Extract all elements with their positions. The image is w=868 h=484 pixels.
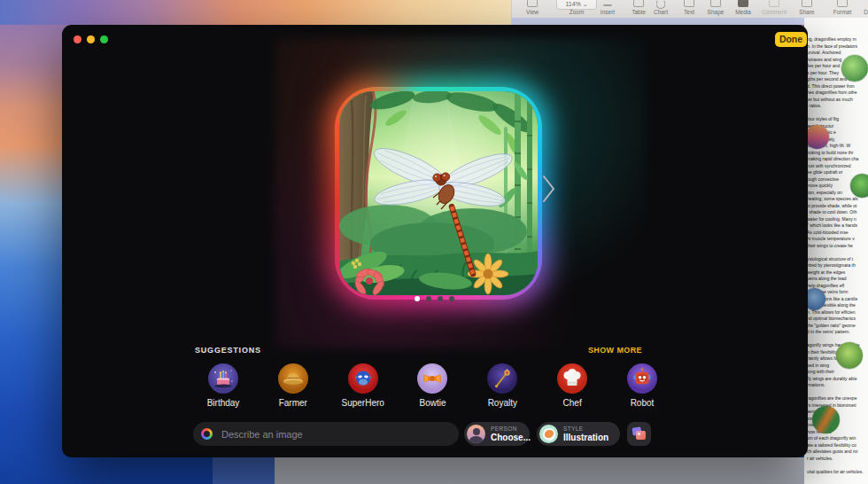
- view-icon: [527, 0, 538, 7]
- suggestion-chef[interactable]: Chef: [546, 363, 599, 408]
- suggestion-farmer[interactable]: Farmer: [267, 363, 320, 408]
- carousel-dots[interactable]: [390, 296, 478, 301]
- carousel-dot-0[interactable]: [415, 296, 420, 301]
- text-icon: [684, 0, 694, 7]
- pages-document-margin-strip: [511, 18, 804, 25]
- document-line: ragonflies are the unexpe: [807, 395, 868, 402]
- insert-icon: [603, 4, 612, 6]
- document-line: veins along the lead: [807, 276, 868, 283]
- document-line: xt provide shade, while ot: [807, 203, 868, 210]
- document-line: h. In the face of predators: [807, 43, 868, 51]
- minimize-button[interactable]: [87, 35, 95, 43]
- document-line: ysiological structure of t: [807, 256, 868, 263]
- window-controls: [74, 35, 108, 43]
- wallpaper-top-strip: [0, 0, 512, 25]
- style-illustration-icon: [539, 425, 558, 443]
- toolbar-item-view[interactable]: View: [515, 0, 550, 18]
- document-line: rust with synchronized: [807, 163, 868, 170]
- carousel-dot-2[interactable]: [438, 296, 443, 301]
- carousel-dot-3[interactable]: [449, 296, 454, 301]
- toolbar-item-insert[interactable]: Insert: [590, 0, 625, 18]
- chart-icon: [656, 0, 666, 9]
- document-line: As cold-blooded inse: [807, 230, 868, 237]
- document-line: t ratios.: [807, 103, 868, 110]
- farmer-hat-icon: [278, 363, 308, 394]
- table-icon: [633, 0, 644, 7]
- carousel-dot-1[interactable]: [426, 296, 431, 301]
- bowtie-icon: [417, 363, 447, 394]
- person-chip[interactable]: PERSON Choose...: [464, 422, 530, 446]
- document-line: their wings to create he: [807, 243, 868, 250]
- person-avatar-icon: [467, 425, 485, 443]
- document-line: ch alleviates gusts and mi: [807, 449, 868, 456]
- document-line: [807, 462, 868, 469]
- document-line: d in the veins' pattern.: [807, 329, 868, 336]
- document-line: ter but without as much: [807, 97, 868, 104]
- document-line: ion of each dragonfly win: [807, 435, 868, 442]
- suggestion-robot[interactable]: Robot: [616, 363, 669, 408]
- document-line: [807, 389, 868, 396]
- document-line: r air vehicles.: [807, 456, 868, 463]
- show-more-button[interactable]: SHOW MORE: [588, 346, 642, 355]
- zoom-window-button[interactable]: [100, 35, 108, 43]
- document-line: [807, 110, 868, 117]
- close-button[interactable]: [74, 35, 81, 43]
- document-line: " which looks like a hands: [807, 222, 868, 230]
- share-icon: [802, 0, 812, 7]
- generated-image-card[interactable]: [339, 91, 538, 295]
- image-playground-window: Done: [62, 25, 808, 457]
- inline-beetle-photo: [836, 342, 863, 369]
- inline-dragonfly-photo: [841, 55, 868, 82]
- document-line: rs interested in biomimeti: [807, 402, 868, 410]
- shape-icon: [710, 0, 721, 7]
- inline-sunset-photo: [805, 125, 829, 149]
- suggestion-royalty[interactable]: Royalty: [476, 363, 529, 408]
- document-line: fly wings are durably able: [807, 376, 868, 383]
- document-line: [807, 249, 868, 256]
- document-line: water for cooling. Many n: [807, 216, 868, 223]
- inline-leaf-photo: [850, 174, 868, 198]
- dragonfly-illustration: [339, 91, 538, 295]
- apple-intelligence-icon: [201, 428, 213, 440]
- describe-image-input[interactable]: [220, 428, 459, 441]
- pages-window-bottom: [275, 457, 804, 484]
- document-line: hes dragonflies from othe: [807, 90, 868, 97]
- document-line: the "golden ratio" geome: [807, 323, 868, 330]
- suggestion-bowtie[interactable]: Bowtie: [406, 363, 459, 408]
- toolbar-item-share[interactable]: Share: [789, 0, 825, 18]
- suggestion-birthday[interactable]: Birthday: [197, 363, 250, 408]
- pages-document-page: ng, dragonflies employ mh. In the face o…: [804, 18, 868, 484]
- document-line: troking to build more thr: [807, 150, 868, 157]
- document-line: four styles of flig: [807, 116, 868, 123]
- media-icon: [738, 0, 748, 7]
- document-line: ht muscle temperature v: [807, 236, 868, 243]
- suggestions-header: SUGGESTIONS: [195, 346, 261, 355]
- document-line: weight at the edges: [807, 269, 868, 277]
- document-line: l shade to cool down. Oth: [807, 209, 868, 216]
- style-chip-value: Illustration: [563, 433, 608, 442]
- next-image-chevron[interactable]: [540, 174, 558, 204]
- photo-library-button[interactable]: [627, 422, 651, 446]
- document-line: making rapid direction cha: [807, 156, 868, 163]
- suggestions-row: Birthday Farmer SuperHe: [197, 363, 669, 408]
- document-line: [807, 336, 868, 343]
- style-chip-label: STYLE: [563, 425, 608, 433]
- document-line: nd optimal biomechanics: [807, 316, 868, 323]
- document-line: d. This direct power fron: [807, 83, 868, 90]
- superhero-mask-icon: [348, 363, 378, 394]
- document-line: ng, dragonflies employ m: [807, 36, 868, 43]
- suggestion-superhero[interactable]: SuperHero: [337, 363, 390, 408]
- style-chip[interactable]: STYLE Illustration: [537, 422, 620, 446]
- document-line: rized by pterostigmata th: [807, 262, 868, 269]
- document-line: rmations.: [807, 382, 868, 389]
- toolbar-item-document[interactable]: Document: [855, 0, 868, 18]
- comment-icon: [769, 0, 779, 7]
- pages-toolbar: View 114% ⌄ Zoom Insert Table Chart Text…: [511, 0, 868, 19]
- document-line: long with their: [807, 369, 868, 376]
- done-button[interactable]: Done: [775, 32, 807, 47]
- dragonfly-illustration-svg: [339, 91, 538, 295]
- inline-colorful-beetle-photo: [812, 406, 840, 433]
- toolbar-item-chart[interactable]: Chart: [644, 0, 678, 18]
- prompt-input-bar[interactable]: [193, 422, 459, 446]
- format-icon: [837, 0, 848, 7]
